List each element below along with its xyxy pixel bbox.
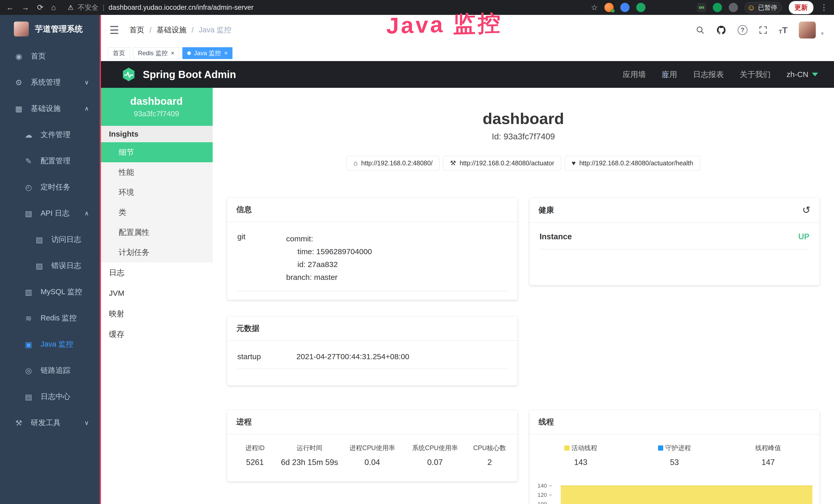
sidebar-item-system[interactable]: ⚙ 系统管理 ∨ xyxy=(0,69,100,95)
help-icon[interactable]: ? xyxy=(738,25,747,35)
search-icon[interactable] xyxy=(696,25,705,35)
legend-live-threads[interactable]: 活动线程 143 xyxy=(534,444,628,467)
page-url[interactable]: dashboard.yudao.iocoder.cn/infra/admin-s… xyxy=(109,4,254,12)
tab-home[interactable]: 首页 xyxy=(108,47,130,59)
browser-menu-kebab-icon[interactable]: ⋮ xyxy=(820,4,828,11)
timer-icon: ◴ xyxy=(24,183,34,192)
active-threads-area xyxy=(561,485,813,504)
metadata-row-value: 2021-04-27T00:44:31.254+08:00 xyxy=(297,352,410,361)
extension-icon-blue[interactable] xyxy=(620,3,630,12)
extension-icon-grid[interactable]: ⠿ xyxy=(666,17,676,26)
sba-nav-wallboard[interactable]: 应用墙 xyxy=(622,69,646,80)
sidebar-item-java-monitor[interactable]: ▣ Java 监控 xyxy=(0,331,100,358)
sidebar-item-caches[interactable]: 缓存 xyxy=(100,324,213,345)
health-url-button[interactable]: ♥ http://192.168.0.2:48080/actuator/heal… xyxy=(565,156,700,170)
extension-icon-on[interactable]: on xyxy=(697,3,706,12)
close-icon[interactable]: × xyxy=(224,49,227,57)
history-icon[interactable]: ↺ xyxy=(802,204,810,216)
legend-peak-threads[interactable]: 线程峰值 147 xyxy=(721,444,815,467)
sba-language-selector[interactable]: zh-CN xyxy=(787,70,818,79)
sba-brand[interactable]: Spring Boot Admin xyxy=(121,67,236,82)
chrome-update-button[interactable]: 更新 xyxy=(789,1,813,14)
health-card-title: 健康 xyxy=(539,205,554,215)
legend-daemon-threads[interactable]: 守护进程 53 xyxy=(628,444,721,467)
sidebar-item-access-logs[interactable]: ▨ 访问日志 xyxy=(0,226,100,253)
sidebar-item-mappings[interactable]: 映射 xyxy=(100,303,213,324)
sidebar-item-infrastructure[interactable]: ▦ 基础设施 ∧ xyxy=(0,95,100,122)
chevron-up-icon: ∧ xyxy=(84,105,89,112)
insights-item-details[interactable]: 细节 xyxy=(100,142,213,162)
app-logo[interactable]: 芋道管理系统 xyxy=(0,15,100,43)
java-monitor-icon: ▣ xyxy=(24,340,34,349)
insights-item-scheduled-tasks[interactable]: 计划任务 xyxy=(100,243,213,262)
bookmark-star-icon[interactable]: ☆ xyxy=(591,4,598,11)
file-icon: ☁ xyxy=(24,131,34,139)
sidebar-item-log-center[interactable]: ▤ 日志中心 xyxy=(0,384,100,410)
process-uptime-col: 运行时间 6d 23h 15m 59s xyxy=(278,444,341,467)
github-icon[interactable] xyxy=(716,25,726,35)
sidebar-item-label: 定时任务 xyxy=(41,182,70,192)
sidebar-item-file-management[interactable]: ☁ 文件管理 xyxy=(0,122,100,148)
insights-item-config-props[interactable]: 配置属性 xyxy=(100,222,213,243)
tab-label: Java 监控 xyxy=(194,49,221,57)
grid-spacer xyxy=(529,317,820,410)
app-sidebar: 芋道管理系统 ◉ 首页 ⚙ 系统管理 ∨ ▦ 基础设施 ∧ ☁ 文件管理 ✎ 配… xyxy=(0,15,100,504)
breadcrumb-separator: / xyxy=(192,26,194,35)
health-instance-row[interactable]: Instance UP xyxy=(540,232,810,249)
legend-value: 53 xyxy=(628,458,721,467)
hamburger-icon[interactable]: ☰ xyxy=(109,24,119,37)
sidebar-item-scheduled-jobs[interactable]: ◴ 定时任务 xyxy=(0,174,100,200)
sidebar-item-label: 文件管理 xyxy=(41,130,70,140)
sidebar-item-redis-monitor[interactable]: ≋ Redis 监控 xyxy=(0,305,100,331)
tab-java-monitor[interactable]: Java 监控 × xyxy=(182,47,233,59)
insights-item-environment[interactable]: 环境 xyxy=(100,182,213,202)
avatar-caret-icon[interactable]: ▾ xyxy=(821,30,824,39)
breadcrumb-home[interactable]: 首页 xyxy=(129,25,144,35)
browser-home-icon[interactable]: ⌂ xyxy=(51,4,56,11)
extensions-puzzle-icon[interactable] xyxy=(729,3,738,12)
y-tick-label: 100 xyxy=(537,501,547,504)
forward-icon[interactable]: → xyxy=(22,4,29,11)
sba-logo-icon xyxy=(121,67,136,82)
close-icon[interactable]: × xyxy=(171,49,174,57)
paused-extension-badge[interactable]: ☺ 已暂停 xyxy=(745,2,782,13)
reload-icon[interactable]: ⟳ xyxy=(37,4,43,11)
sidebar-item-home[interactable]: ◉ 首页 xyxy=(0,43,100,69)
not-secure-warning-icon[interactable]: ⚠ xyxy=(68,4,73,12)
metadata-startup-row: startup 2021-04-27T00:44:31.254+08:00 xyxy=(237,352,507,369)
legend-swatch-yellow xyxy=(564,445,569,451)
wrench-icon: ⚒ xyxy=(450,159,456,167)
log-center-icon: ▤ xyxy=(24,392,34,401)
sidebar-item-dev-tools[interactable]: ⚒ 研发工具 ∨ xyxy=(0,410,100,436)
back-icon[interactable]: ← xyxy=(6,4,14,11)
sba-nav-journal[interactable]: 日志报表 xyxy=(693,69,724,80)
sidebar-item-label: 错误日志 xyxy=(51,260,81,271)
mysql-icon: ▥ xyxy=(24,288,34,297)
sidebar-item-config-management[interactable]: ✎ 配置管理 xyxy=(0,148,100,174)
sidebar-item-tracing[interactable]: ◎ 链路追踪 xyxy=(0,358,100,384)
sidebar-item-mysql-monitor[interactable]: ▥ MySQL 监控 xyxy=(0,279,100,305)
gear-icon: ⚙ xyxy=(14,78,24,87)
process-col-header: 进程ID xyxy=(232,444,278,452)
actuator-url-button[interactable]: ⚒ http://192.168.0.2:48080/actuator xyxy=(443,156,561,170)
instance-links: ⌂ http://192.168.0.2:48080/ ⚒ http://192… xyxy=(213,156,834,170)
sidebar-item-logs[interactable]: 日志 xyxy=(100,262,213,283)
sidebar-item-error-logs[interactable]: ▨ 错误日志 xyxy=(0,253,100,279)
tab-redis-monitor[interactable]: Redis 监控 × xyxy=(133,47,179,59)
breadcrumb-infrastructure[interactable]: 基础设施 xyxy=(157,25,186,35)
sba-nav-about[interactable]: 关于我们 xyxy=(740,69,771,80)
extension-icon-leaf[interactable] xyxy=(713,3,722,12)
insights-item-metrics[interactable]: 性能 xyxy=(100,162,213,182)
font-size-icon[interactable]: TT xyxy=(779,25,788,35)
extension-icon-green[interactable] xyxy=(636,3,645,12)
service-url-button[interactable]: ⌂ http://192.168.0.2:48080/ xyxy=(347,156,439,170)
sidebar-item-label: 基础设施 xyxy=(31,104,61,114)
extension-icon-orange[interactable] xyxy=(605,3,614,12)
chevron-down-icon: ∨ xyxy=(84,419,89,427)
sidebar-item-jvm[interactable]: JVM xyxy=(100,283,213,303)
sidebar-item-api-logs[interactable]: ▧ API 日志 ∧ xyxy=(0,200,100,226)
fullscreen-icon[interactable] xyxy=(759,26,767,35)
insights-item-classes[interactable]: 类 xyxy=(100,202,213,222)
process-card-title: 进程 xyxy=(227,410,518,434)
process-col-value: 0.07 xyxy=(403,458,466,467)
